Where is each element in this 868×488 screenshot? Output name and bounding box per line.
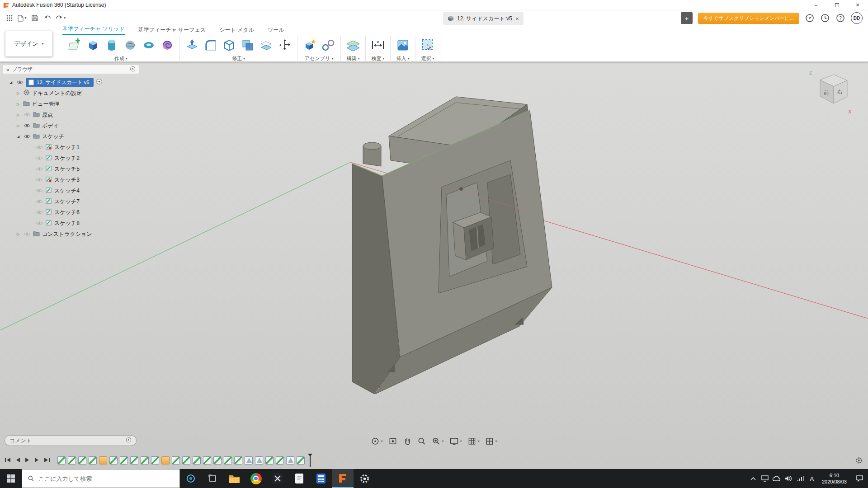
browser-sketch-row[interactable]: スケッチ4 — [3, 185, 139, 196]
visibility-eye-icon[interactable] — [35, 188, 43, 193]
timeline-feature[interactable] — [234, 456, 242, 465]
timeline-feature[interactable] — [203, 456, 211, 465]
browser-item-bodies[interactable]: ▷ ボディ — [3, 120, 139, 131]
visibility-eye-icon[interactable] — [35, 155, 43, 161]
comment-input[interactable]: コメント — [5, 435, 137, 446]
notifications-button[interactable] — [820, 13, 830, 23]
timeline-feature[interactable] — [120, 456, 128, 465]
tray-network-icon[interactable] — [794, 469, 806, 488]
create-sphere-button[interactable] — [122, 37, 138, 53]
taskbar-app-chrome[interactable] — [245, 469, 267, 488]
expander-icon[interactable]: ▷ — [15, 232, 21, 236]
group-inspect-label[interactable]: 検査▾ — [371, 55, 384, 62]
offset-face-button[interactable] — [258, 37, 274, 53]
profile-avatar[interactable]: DD — [851, 12, 863, 24]
timeline-feature[interactable] — [130, 456, 138, 465]
press-pull-button[interactable] — [184, 37, 200, 53]
browser-sketch-row[interactable]: スケッチ2 — [3, 153, 139, 164]
insert-button[interactable] — [395, 37, 411, 53]
timeline-play-button[interactable] — [24, 457, 30, 465]
activate-component-radio[interactable] — [96, 78, 103, 86]
timeline-step-back-button[interactable] — [15, 457, 21, 465]
timeline-go-end-button[interactable] — [43, 457, 50, 465]
comment-options-icon[interactable] — [126, 437, 132, 444]
timeline-feature[interactable] — [213, 456, 222, 465]
timeline-feature[interactable] — [141, 456, 149, 465]
task-view-button[interactable] — [202, 469, 223, 488]
timeline-feature[interactable] — [286, 456, 294, 465]
browser-sketch-row[interactable]: スケッチ8 — [3, 218, 139, 229]
tray-speaker-icon[interactable] — [783, 469, 794, 488]
3d-viewport[interactable]: Z 前 右 X « ブラウザ ◢ 12. サイドスカート v5 — [0, 62, 868, 469]
timeline-go-start-button[interactable] — [5, 457, 11, 465]
group-create-label[interactable]: 作成▾ — [114, 55, 127, 62]
model-side-skirt[interactable] — [352, 97, 552, 394]
group-assemble-label[interactable]: アセンブリ▾ — [305, 55, 333, 62]
tab-sheet-metal[interactable]: シート メタル — [219, 26, 254, 35]
zoom-button[interactable] — [417, 437, 426, 446]
timeline-feature[interactable] — [224, 456, 232, 465]
taskbar-app-notes[interactable] — [288, 469, 310, 488]
panel-options-icon[interactable] — [130, 66, 136, 73]
browser-sketch-row[interactable]: スケッチ7 — [3, 196, 139, 207]
fit-button[interactable]: ▾ — [432, 437, 443, 446]
group-select-label[interactable]: 選択▾ — [421, 55, 434, 62]
timeline-feature[interactable] — [193, 456, 201, 465]
joint-button[interactable] — [320, 37, 336, 53]
browser-sketch-row[interactable]: スケッチ3 — [3, 174, 139, 185]
browser-root-row[interactable]: ◢ 12. サイドスカート v5 — [3, 77, 139, 88]
new-component-button[interactable] — [302, 37, 318, 53]
pan-button[interactable] — [403, 437, 411, 446]
viewports-button[interactable]: ▾ — [486, 437, 497, 446]
timeline-feature[interactable] — [109, 456, 118, 465]
taskbar-clock[interactable]: 6:10 2020/08/03 — [818, 472, 851, 485]
timeline-feature[interactable] — [245, 456, 253, 465]
look-at-button[interactable] — [388, 437, 397, 446]
tray-cloud-icon[interactable] — [771, 469, 783, 488]
tab-solid[interactable]: 基準フィーチャ ソリッド — [62, 25, 125, 35]
browser-item-origin[interactable]: ▷ 原点 — [3, 109, 139, 120]
visibility-eye-icon[interactable] — [35, 166, 43, 172]
visibility-eye-icon[interactable] — [16, 80, 24, 85]
timeline-feature[interactable] — [276, 456, 284, 465]
search-input[interactable] — [38, 475, 174, 482]
tray-display-icon[interactable] — [759, 469, 771, 488]
document-tab[interactable]: 12. サイドスカート v5 ✕ — [443, 12, 524, 25]
timeline-position-marker[interactable] — [310, 454, 311, 467]
orbit-button[interactable]: ▾ — [371, 437, 382, 446]
combine-button[interactable] — [240, 37, 256, 53]
timeline-step-forward-button[interactable] — [34, 457, 40, 465]
construction-plane-button[interactable] — [345, 37, 361, 53]
expander-icon[interactable]: ▷ — [15, 102, 21, 106]
timeline-feature[interactable] — [78, 456, 86, 465]
expander-icon[interactable]: ▷ — [15, 124, 21, 128]
timeline-feature[interactable] — [151, 456, 159, 465]
redo-button[interactable]: ▾ — [54, 12, 67, 24]
tab-tools[interactable]: ツール — [268, 26, 284, 35]
save-button[interactable] — [29, 12, 41, 24]
timeline-feature[interactable] — [297, 456, 305, 465]
tab-surface[interactable]: 基準フィーチャ サーフェス — [138, 26, 206, 35]
visibility-eye-icon[interactable] — [23, 112, 31, 117]
timeline-settings-button[interactable] — [855, 457, 863, 465]
taskbar-app-media[interactable] — [267, 469, 288, 488]
grid-settings-button[interactable]: ▾ — [468, 437, 480, 446]
timeline-feature[interactable] — [172, 456, 180, 465]
model-hole[interactable] — [460, 188, 463, 191]
root-component-selected[interactable]: 12. サイドスカート v5 — [26, 78, 94, 87]
workspace-selector[interactable]: デザイン ▾ — [5, 31, 52, 56]
taskbar-app-file-explorer[interactable] — [223, 469, 245, 488]
visibility-eye-icon[interactable] — [35, 145, 43, 150]
taskbar-app-settings[interactable] — [354, 469, 375, 488]
visibility-eye-icon[interactable] — [35, 199, 43, 204]
timeline-feature[interactable] — [89, 456, 97, 465]
view-cube[interactable]: Z 前 右 X — [806, 66, 860, 121]
shell-button[interactable] — [221, 37, 237, 53]
timeline-feature[interactable] — [182, 456, 190, 465]
timeline-feature[interactable] — [99, 456, 107, 465]
browser-header[interactable]: « ブラウザ — [3, 65, 139, 74]
tray-ime-indicator[interactable]: A — [806, 469, 818, 488]
group-construct-label[interactable]: 構築▾ — [346, 55, 359, 62]
browser-item-sketches-folder[interactable]: ◢ スケッチ — [3, 131, 139, 142]
select-button[interactable] — [420, 37, 436, 53]
